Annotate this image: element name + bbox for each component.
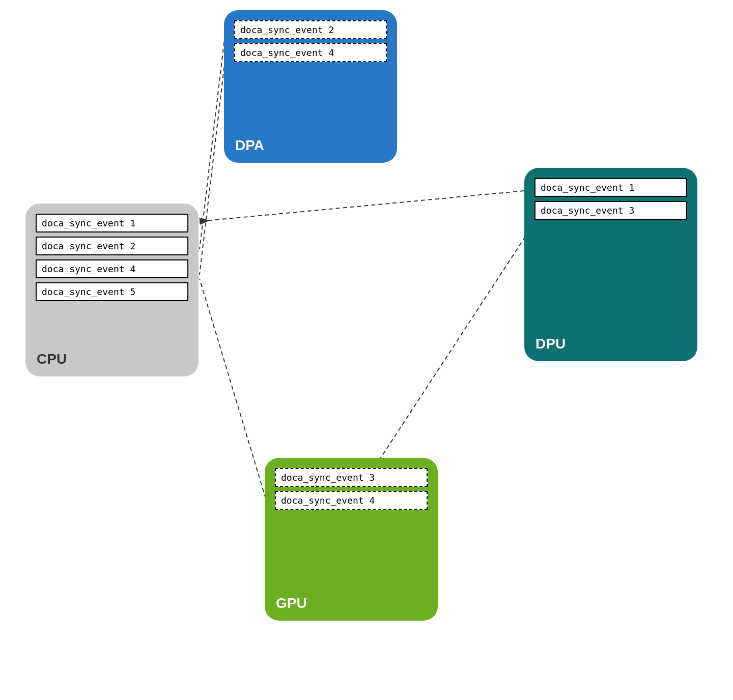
dpa-label: DPA bbox=[235, 137, 264, 154]
gpu-label: GPU bbox=[276, 595, 307, 611]
arrow-dpa-to-cpu-event4 bbox=[200, 60, 225, 275]
cpu-event-5: doca_sync_event 5 bbox=[36, 282, 188, 301]
gpu-event-4: doca_sync_event 4 bbox=[275, 491, 428, 510]
dpa-event-4: doca_sync_event 4 bbox=[234, 43, 387, 62]
diagram-container: doca_sync_event 2 doca_sync_event 4 DPA … bbox=[0, 0, 733, 700]
dpu-label: DPU bbox=[535, 336, 566, 352]
arrow-dpu-to-gpu-event3 bbox=[361, 237, 525, 487]
dpa-event-2: doca_sync_event 2 bbox=[234, 20, 387, 39]
node-dpu: doca_sync_event 1 doca_sync_event 3 DPU bbox=[524, 168, 697, 361]
dpu-event-1: doca_sync_event 1 bbox=[534, 178, 687, 197]
dpu-event-3: doca_sync_event 3 bbox=[534, 201, 687, 220]
node-cpu: doca_sync_event 1 doca_sync_event 2 doca… bbox=[25, 203, 199, 376]
gpu-event-3: doca_sync_event 3 bbox=[275, 468, 428, 487]
arrow-dpa-to-cpu-event2 bbox=[200, 35, 225, 249]
arrow-gpu-to-cpu-event4 bbox=[200, 279, 266, 499]
cpu-event-2: doca_sync_event 2 bbox=[36, 237, 188, 255]
node-gpu: doca_sync_event 3 doca_sync_event 4 GPU bbox=[265, 458, 438, 621]
cpu-label: CPU bbox=[37, 351, 67, 367]
arrow-dpu-to-cpu-event1 bbox=[200, 191, 524, 221]
node-dpa: doca_sync_event 2 doca_sync_event 4 DPA bbox=[224, 10, 397, 163]
cpu-event-4: doca_sync_event 4 bbox=[36, 259, 188, 278]
cpu-event-1: doca_sync_event 1 bbox=[36, 214, 188, 232]
